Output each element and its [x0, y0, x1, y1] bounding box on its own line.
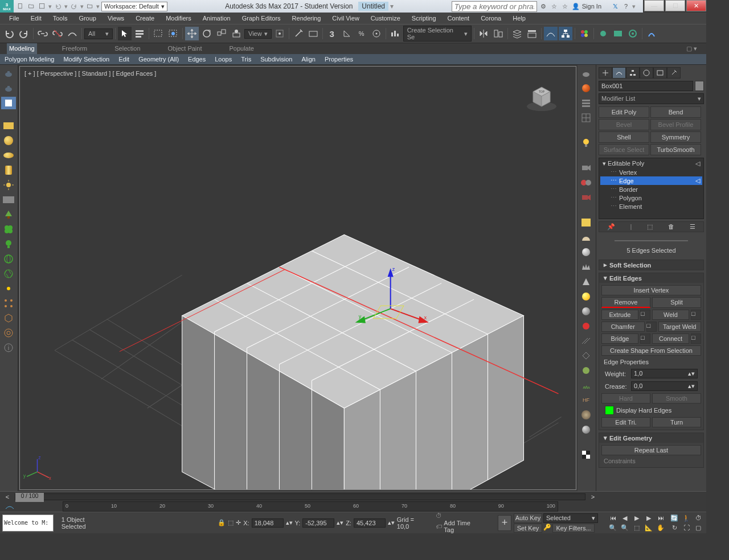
axis-icon[interactable]: ✛ — [236, 519, 241, 526]
keymode-dropdown[interactable]: Selected▾ — [543, 513, 598, 523]
menu-help[interactable]: Help — [508, 14, 530, 23]
tab-objectpaint[interactable]: Object Paint — [166, 43, 204, 54]
mod-bend[interactable]: Bend — [650, 106, 701, 118]
x-field[interactable]: 18,048 — [252, 518, 284, 528]
curve-editor-button[interactable] — [544, 27, 558, 40]
nav-walk-icon[interactable]: 🚶 — [681, 513, 692, 522]
sub-properties[interactable]: Properties — [320, 54, 358, 64]
hex-icon[interactable] — [1, 312, 16, 324]
menu-corona[interactable]: Corona — [476, 14, 506, 23]
nav-orbit-icon[interactable]: 🔄 — [669, 513, 680, 522]
selection-filter[interactable]: All▾ — [84, 28, 113, 39]
scale-button[interactable] — [215, 27, 228, 40]
z-field[interactable]: 45,423 — [354, 518, 386, 528]
key-icon[interactable]: 🔑 — [543, 524, 551, 533]
sphere-gray3-icon[interactable] — [579, 423, 593, 436]
manipulate-button[interactable] — [292, 27, 305, 40]
stack-border[interactable]: ⋯Border — [600, 185, 702, 193]
stack-element[interactable]: ⋯Element — [600, 202, 702, 211]
menu-file[interactable]: File — [5, 14, 24, 23]
nav-min-icon[interactable]: ▢ — [693, 523, 704, 532]
pin-icon[interactable]: 📌 — [607, 223, 615, 230]
cylinder-icon[interactable] — [1, 164, 16, 176]
time-config-icon[interactable]: ⏱ — [693, 513, 704, 522]
extrude-settings-button[interactable]: □ — [640, 310, 650, 320]
remove-mod-icon[interactable]: 🗑 — [668, 223, 674, 230]
signin-link[interactable]: Sign In — [582, 3, 601, 10]
show-result-icon[interactable]: | — [630, 223, 632, 230]
tab-selection[interactable]: Selection — [112, 43, 142, 54]
target-icon[interactable] — [1, 327, 16, 339]
help-search-input[interactable] — [452, 1, 537, 12]
nav-arc-icon[interactable]: ↻ — [669, 523, 680, 532]
ref-coord-system[interactable]: View▾ — [244, 29, 272, 39]
tag-icon[interactable]: 🏷 — [436, 523, 442, 530]
timeline-prev-icon[interactable]: < — [3, 493, 11, 500]
rotate-button[interactable] — [200, 27, 214, 40]
sub-subdivision[interactable]: Subdivision — [256, 54, 297, 64]
unlink-button[interactable] — [51, 27, 64, 40]
menu-grapheditors[interactable]: Graph Editors — [237, 14, 285, 23]
viewport[interactable]: [ + ] [ Perspective ] [ Standard ] [ Edg… — [19, 66, 576, 490]
sphere-icon[interactable] — [1, 134, 16, 147]
prev-frame-icon[interactable]: ◀ — [619, 513, 630, 522]
goto-end-icon[interactable]: ⏭ — [655, 513, 666, 522]
timeline-next-icon[interactable]: > — [589, 493, 597, 500]
hf-icon[interactable]: HF — [579, 394, 593, 406]
maximize-button[interactable]: ☐ — [665, 0, 685, 11]
redo-icon[interactable] — [69, 2, 79, 11]
weld-button[interactable]: Weld — [652, 310, 689, 320]
nav-extents-icon[interactable]: ⬚ — [631, 523, 642, 532]
yellow-dot-icon[interactable] — [1, 282, 16, 295]
stack-polygon[interactable]: ⋯Polygon — [600, 193, 702, 202]
display-tab-icon[interactable] — [653, 67, 667, 79]
object-color-swatch[interactable] — [695, 81, 704, 91]
unique-icon[interactable]: ⬚ — [647, 223, 653, 230]
toggle-ribbon-button[interactable] — [525, 27, 539, 40]
workspace-selector[interactable]: Workspace: Default▾ — [101, 2, 167, 11]
connect-button[interactable]: Connect — [652, 333, 689, 344]
create-tab-icon[interactable] — [599, 67, 612, 79]
checker-icon[interactable] — [579, 448, 593, 461]
teapot-icon[interactable] — [1, 67, 16, 80]
hierarchy-tab-icon[interactable] — [626, 67, 640, 79]
stack-edge[interactable]: ⋯Edge◁ — [600, 176, 702, 185]
time-cfg-icon[interactable]: ⏱ — [436, 512, 442, 519]
pivot-center-button[interactable] — [273, 27, 286, 40]
nav-fov-icon[interactable]: 📐 — [643, 523, 654, 532]
split-button[interactable]: Split — [652, 297, 701, 308]
dome-icon[interactable] — [579, 231, 593, 244]
modify-tab-icon[interactable] — [612, 67, 626, 79]
red-dot-icon[interactable] — [579, 320, 593, 332]
mod-symmetry[interactable]: Symmetry — [650, 131, 701, 143]
menu-civilview[interactable]: Civil View — [327, 14, 363, 23]
keyboard-shortcut-button[interactable] — [306, 27, 320, 40]
teapot-icon[interactable] — [1, 82, 16, 94]
crown-icon[interactable] — [579, 261, 593, 273]
add-tag-link[interactable]: Add Time Tag — [444, 520, 482, 533]
star-icon[interactable]: ☆ — [560, 2, 570, 11]
percent-snap-button[interactable]: % — [355, 27, 368, 40]
user-icon[interactable]: 👤 — [571, 2, 580, 11]
key-track-icon[interactable] — [5, 503, 15, 510]
star-icon[interactable]: ☆ — [550, 2, 559, 11]
big-key-button[interactable]: + — [498, 515, 511, 531]
help-icon[interactable]: ? — [621, 2, 630, 11]
project-icon[interactable] — [85, 2, 95, 11]
edit-named-sel-button[interactable] — [388, 27, 402, 40]
configure-icon[interactable]: ☰ — [690, 223, 695, 230]
viewcube[interactable]: TOP — [525, 79, 559, 113]
bridge-button[interactable]: Bridge — [601, 333, 638, 344]
play-icon[interactable]: ▶ — [631, 513, 642, 522]
camera2-icon[interactable] — [579, 191, 593, 204]
sub-edit[interactable]: Edit — [114, 54, 134, 64]
grid-dot-icon[interactable] — [1, 297, 16, 310]
menu-rendering[interactable]: Rendering — [288, 14, 326, 23]
menu-create[interactable]: Create — [131, 14, 159, 23]
disphard-checkbox[interactable] — [605, 406, 614, 415]
menu-modifiers[interactable]: Modifiers — [161, 14, 196, 23]
sun-icon[interactable] — [579, 290, 593, 303]
motion-tab-icon[interactable] — [640, 67, 653, 79]
camera-icon[interactable] — [579, 162, 593, 174]
sub-tris[interactable]: Tris — [236, 54, 256, 64]
